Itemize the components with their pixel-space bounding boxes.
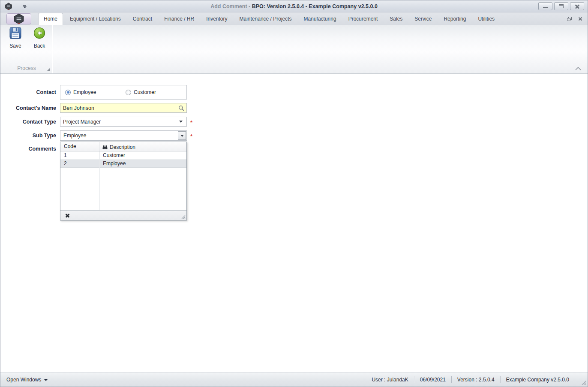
sub-type-dropdown[interactable]: Employee (60, 130, 187, 141)
contact-type-label: Contact Type (0, 119, 56, 125)
close-icon (575, 4, 580, 9)
tab-finance-hr[interactable]: Finance / HR (159, 13, 199, 25)
sub-type-dropdown-popup: Code Description 1 Customer 2 Employee (60, 142, 187, 221)
maximize-icon (559, 4, 564, 8)
status-date: 06/09/2021 (414, 377, 451, 383)
ribbon-group-process: Save Back Process (1, 25, 52, 73)
close-button[interactable] (570, 2, 584, 10)
app-window: Add Comment - BPO: Version 2.5.0.4 - Exa… (0, 0, 588, 387)
tab-inventory[interactable]: Inventory (201, 13, 232, 25)
application-menu-button[interactable] (6, 13, 31, 24)
radio-employee[interactable]: Employee (65, 89, 96, 95)
collapse-ribbon-chevron-icon[interactable] (575, 66, 582, 71)
sub-type-value: Employee (61, 133, 178, 139)
tab-reporting[interactable]: Reporting (438, 13, 471, 25)
contact-type-value: Project Manager (60, 119, 179, 125)
dropdown-row-employee[interactable]: 2 Employee (60, 160, 186, 168)
sub-type-required-marker: * (190, 133, 195, 139)
back-button[interactable]: Back (29, 27, 50, 60)
tab-maintenance-projects[interactable]: Maintenance / Projects (234, 13, 297, 25)
title-bar: Add Comment - BPO: Version 2.5.0.4 - Exa… (0, 0, 588, 12)
clear-selection-icon[interactable] (65, 213, 70, 218)
sub-type-dropdown-button[interactable] (178, 131, 186, 140)
minimize-icon (543, 7, 548, 8)
popup-resize-grip-icon[interactable] (180, 214, 186, 219)
back-button-label: Back (34, 43, 45, 49)
floppy-disk-icon (9, 27, 21, 39)
contact-radio-group: Employee Customer (60, 85, 187, 100)
comments-label: Comments (0, 146, 56, 152)
contacts-name-field (60, 103, 187, 113)
tab-sales[interactable]: Sales (384, 13, 408, 25)
window-resize-grip-icon[interactable] (581, 380, 586, 385)
chevron-down-icon (179, 121, 183, 123)
tab-manufacturing[interactable]: Manufacturing (299, 13, 342, 25)
contacts-name-label: Contact's Name (0, 105, 56, 111)
tab-home[interactable]: Home (38, 13, 63, 25)
dropdown-grid-footer (60, 210, 186, 220)
contact-type-required-marker: * (190, 119, 195, 126)
maximize-button[interactable] (554, 2, 568, 10)
ribbon-tabs: Home Equipment / Locations Contract Fina… (37, 12, 501, 25)
app-logo-icon (13, 13, 24, 24)
dropdown-row-customer[interactable]: 1 Customer (60, 151, 186, 160)
document-close-button[interactable] (578, 17, 582, 21)
dropdown-grid-header: Code Description (60, 142, 186, 151)
sub-type-label: Sub Type (0, 133, 56, 139)
ribbon-body: Save Back Process (0, 25, 588, 74)
column-divider (99, 151, 100, 210)
chevron-down-icon (180, 135, 184, 137)
tab-procurement[interactable]: Procurement (343, 13, 383, 25)
dropdown-grid-body: 1 Customer 2 Employee (60, 151, 186, 210)
chevron-down-icon (44, 379, 48, 381)
tab-contract[interactable]: Contract (128, 13, 157, 25)
minimize-button[interactable] (538, 2, 552, 10)
contact-label: Contact (0, 89, 56, 95)
dialog-launcher-icon[interactable] (47, 68, 50, 71)
save-button[interactable]: Save (5, 27, 26, 60)
binoculars-icon (102, 145, 108, 150)
save-button-label: Save (9, 43, 21, 49)
status-company: Example Company v2.5.0.0 (501, 377, 575, 383)
column-header-description[interactable]: Description (99, 142, 186, 151)
contacts-name-input[interactable] (60, 105, 178, 111)
column-header-code[interactable]: Code (60, 142, 99, 151)
search-icon[interactable] (178, 105, 184, 111)
open-windows-menu[interactable]: Open Windows (0, 377, 48, 383)
tab-utilities[interactable]: Utilities (473, 13, 500, 25)
tab-equipment-locations[interactable]: Equipment / Locations (65, 13, 126, 25)
window-title: Add Comment - BPO: Version 2.5.0.4 - Exa… (0, 3, 588, 9)
radio-selected-icon (65, 90, 71, 95)
status-bar: Open Windows User : JulandaK 06/09/2021 … (0, 372, 588, 387)
back-arrow-icon (33, 27, 45, 39)
tab-service[interactable]: Service (409, 13, 437, 25)
status-user: User : JulandaK (366, 377, 414, 383)
ribbon-tab-row: Home Equipment / Locations Contract Fina… (0, 12, 588, 25)
ribbon-group-label: Process (1, 65, 52, 72)
radio-customer[interactable]: Customer (126, 89, 156, 95)
document-restore-button[interactable] (567, 17, 572, 21)
radio-unselected-icon (126, 90, 131, 95)
contact-type-dropdown[interactable]: Project Manager (60, 117, 187, 127)
status-version: Version : 2.5.0.4 (452, 377, 500, 383)
